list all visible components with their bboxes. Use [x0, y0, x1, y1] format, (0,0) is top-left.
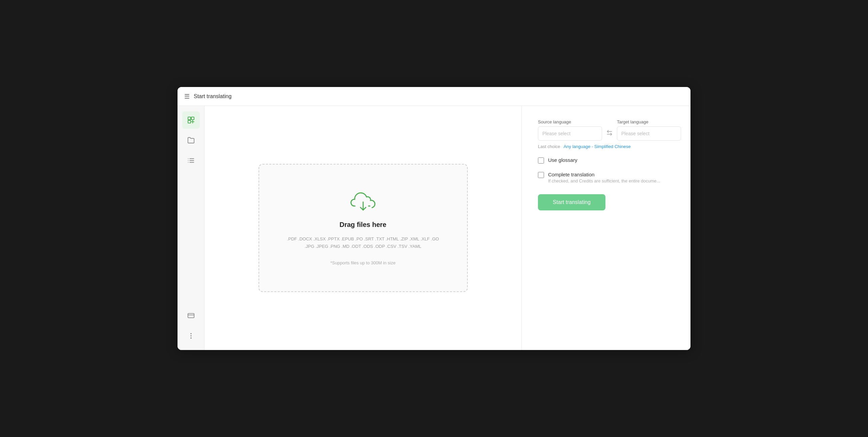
- main-layout: Drag files here .PDF .DOCX .XLSX .PPTX .…: [178, 106, 690, 350]
- cloud-upload-icon: [350, 191, 377, 214]
- last-choice: Last choice Any language - Simplified Ch…: [538, 144, 674, 149]
- use-glossary-row: Use glossary: [538, 157, 674, 164]
- svg-rect-1: [191, 117, 194, 120]
- drag-title: Drag files here: [340, 221, 386, 229]
- folder-icon: [187, 137, 195, 144]
- language-row: Source language Please select English Fr…: [538, 119, 674, 141]
- sidebar-item-folder[interactable]: [182, 132, 200, 149]
- page-title: Start translating: [194, 93, 232, 99]
- more-icon: [187, 332, 195, 340]
- svg-point-11: [191, 333, 191, 334]
- target-language-select[interactable]: Please select English French German Span…: [617, 126, 681, 141]
- svg-rect-2: [188, 120, 191, 123]
- language-section: Source language Please select English Fr…: [538, 119, 674, 149]
- menu-icon[interactable]: ☰: [184, 93, 190, 100]
- sidebar-item-billing[interactable]: [182, 307, 200, 324]
- content-area: Drag files here .PDF .DOCX .XLSX .PPTX .…: [205, 106, 690, 350]
- settings-panel: Source language Please select English Fr…: [522, 106, 690, 350]
- svg-point-13: [191, 338, 191, 339]
- target-language-label: Target language: [617, 119, 681, 124]
- use-glossary-label[interactable]: Use glossary: [548, 157, 577, 163]
- source-language-group: Source language Please select English Fr…: [538, 119, 602, 141]
- source-language-label: Source language: [538, 119, 602, 124]
- sidebar-item-list[interactable]: [182, 152, 200, 169]
- complete-translation-row: Complete translation If checked, and Cre…: [538, 172, 674, 183]
- complete-translation-label[interactable]: Complete translation If checked, and Cre…: [548, 172, 660, 183]
- sidebar-item-translate[interactable]: [182, 111, 200, 129]
- file-size-note: *Supports files up to 300M in size: [330, 260, 396, 265]
- complete-translation-checkbox[interactable]: [538, 172, 544, 178]
- last-choice-prefix: Last choice: [538, 144, 560, 149]
- svg-point-12: [191, 336, 191, 336]
- start-translating-button[interactable]: Start translating: [538, 194, 605, 210]
- svg-rect-9: [188, 314, 194, 318]
- upload-panel: Drag files here .PDF .DOCX .XLSX .PPTX .…: [205, 106, 522, 350]
- sidebar-item-more[interactable]: [182, 327, 200, 345]
- target-language-group: Target language Please select English Fr…: [617, 119, 681, 141]
- svg-rect-0: [188, 117, 191, 120]
- swap-languages-button[interactable]: [606, 129, 613, 138]
- sidebar: [178, 106, 205, 350]
- app-window: ☰ Start translating: [178, 87, 690, 350]
- file-types: .PDF .DOCX .XLSX .PPTX .EPUB .PO .SRT .T…: [282, 235, 444, 250]
- translate-icon: [187, 116, 195, 124]
- last-choice-link[interactable]: Any language - Simplified Chinese: [564, 144, 631, 149]
- source-language-select[interactable]: Please select English French German Span…: [538, 126, 602, 141]
- title-bar: ☰ Start translating: [178, 87, 690, 106]
- use-glossary-checkbox[interactable]: [538, 157, 544, 164]
- billing-icon: [187, 312, 195, 319]
- list-icon: [187, 157, 195, 164]
- dropzone[interactable]: Drag files here .PDF .DOCX .XLSX .PPTX .…: [259, 164, 468, 292]
